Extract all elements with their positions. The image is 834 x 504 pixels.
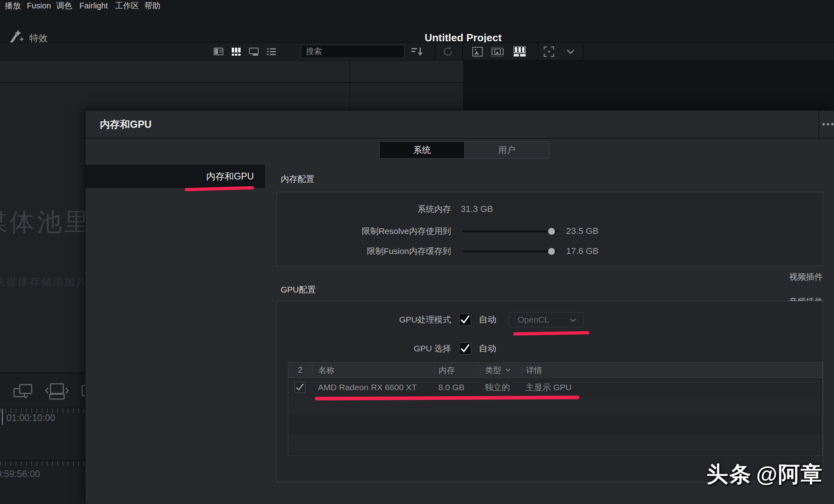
gpu-selection-label: GPU 选择: [277, 343, 451, 354]
menu-play[interactable]: 播放: [5, 0, 21, 12]
expand-view-icon[interactable]: [543, 43, 555, 60]
gpu-table: 2 名称 内存 类型 详情 AMD Radeon RX 6600: [288, 362, 823, 456]
system-memory-label: 系统内存: [277, 204, 451, 215]
watermark-brand: 头条: [706, 462, 752, 486]
fusion-cache-slider[interactable]: [463, 248, 557, 255]
gpu-row-checkbox[interactable]: [294, 382, 306, 393]
fusion-cache-limit-label: 限制Fusion内存缓存到: [277, 246, 451, 257]
single-viewer-icon[interactable]: [13, 383, 35, 401]
dropdown-value: OpenCL: [518, 312, 549, 327]
thumbnail-view-icon[interactable]: [231, 43, 241, 60]
menu-fairlight[interactable]: Fairlight: [79, 0, 108, 12]
gpu-section-heading: GPU配置: [281, 284, 316, 295]
timecode-top: 01:00:10:00: [6, 413, 55, 423]
playhead[interactable]: [2, 409, 3, 425]
ellipsis-menu-icon[interactable]: [822, 123, 834, 125]
clipped-viewer-icon[interactable]: [81, 383, 85, 401]
annotation-underline-dropdown: [513, 331, 589, 335]
column-type-label: 类型: [485, 365, 501, 375]
empty-row: [288, 434, 822, 453]
list-view-icon[interactable]: [266, 43, 277, 60]
header-row: 特效 Untitled Project: [0, 12, 834, 42]
resolve-memory-limit-label: 限制Resolve内存使用到: [277, 226, 451, 237]
timecode-bottom: 0:59:56:00: [0, 469, 40, 480]
sidebar-item-label: 内存和GPU: [206, 165, 254, 188]
timeline-divider: [0, 460, 85, 460]
sort-icon[interactable]: [411, 43, 425, 60]
timeline-layout-icon[interactable]: [512, 43, 527, 60]
filmstrip-view-icon[interactable]: [249, 43, 259, 60]
resolve-memory-slider[interactable]: [463, 228, 557, 235]
dual-viewer-icon[interactable]: [44, 383, 70, 401]
column-type[interactable]: 类型: [480, 365, 522, 375]
tab-system[interactable]: 系统: [380, 142, 464, 158]
column-detail: 详情: [522, 365, 822, 375]
toolbar-divider: [462, 43, 463, 60]
refresh-icon[interactable]: [440, 43, 455, 60]
gpu-detail: 主显示 GPU: [522, 382, 822, 393]
frame-still-icon[interactable]: [490, 43, 506, 60]
memory-config-box: 系统内存 31.3 GB 限制Resolve内存使用到 23.5 GB 限制Fu…: [277, 192, 823, 266]
fusion-cache-limit-value: 17.6 GB: [566, 246, 599, 256]
settings-dialog: 内存和GPU 系统 用户 内存和GPU 媒体存储 解码选项 视频和音频I/O 视…: [85, 110, 834, 504]
gpu-name: AMD Radeon RX 6600 XT: [312, 383, 434, 392]
sidebar-item-video-plugins[interactable]: 视频插件: [654, 271, 823, 283]
gpu-selection-auto-checkbox[interactable]: [459, 343, 471, 355]
gpu-selection-auto-label: 自动: [479, 343, 496, 355]
metadata-view-icon[interactable]: [213, 43, 224, 60]
bin-path-bar: [0, 60, 463, 83]
titlebar-divider: [818, 111, 819, 138]
slider-knob[interactable]: [548, 248, 555, 255]
gpu-processing-mode-label: GPU处理模式: [277, 314, 451, 325]
column-name: 名称: [312, 365, 434, 375]
gpu-table-row[interactable]: AMD Radeon RX 6600 XT 8.0 GB 独立的 主显示 GPU: [288, 378, 822, 397]
gpu-config-box: GPU处理模式 自动 OpenCL GPU 选择 自动: [277, 301, 823, 482]
dialog-titlebar: 内存和GPU: [85, 111, 834, 139]
resolve-memory-limit-value: 23.5 GB: [566, 226, 599, 236]
sidebar-item-memory-gpu[interactable]: 内存和GPU: [85, 165, 265, 188]
empty-row: [288, 453, 822, 455]
app-window: 播放 Fusion 调色 Fairlight 工作区 帮助 特效 Untitle…: [0, 0, 834, 504]
gpu-memory: 8.0 GB: [434, 383, 480, 392]
panel-divider: [350, 60, 350, 110]
menu-fusion[interactable]: Fusion: [27, 0, 51, 12]
gpu-type: 独立的: [480, 382, 522, 393]
menu-bar: 播放 Fusion 调色 Fairlight 工作区 帮助: [0, 0, 834, 12]
chevron-down-icon[interactable]: [565, 43, 576, 60]
menu-workspace[interactable]: 工作区: [115, 0, 139, 12]
column-memory: 内存: [434, 365, 480, 375]
toolbar-divider: [435, 43, 435, 60]
watermark-handle: @阿章: [756, 462, 823, 486]
media-pool-hint-text: 从媒体存储添加片段: [0, 275, 99, 289]
dialog-title: 内存和GPU: [100, 111, 152, 138]
empty-row: [288, 415, 822, 434]
gpu-processing-auto-label: 自动: [479, 314, 496, 326]
slider-knob[interactable]: [548, 228, 555, 235]
watermark: 头条@阿章: [706, 460, 823, 489]
tab-user[interactable]: 用户: [464, 142, 549, 158]
menu-color[interactable]: 调色: [56, 0, 72, 12]
memory-section-heading: 内存配置: [281, 173, 314, 185]
gpu-count: 2: [288, 365, 312, 375]
gpu-processing-mode-dropdown[interactable]: OpenCL: [508, 312, 583, 327]
still-icon[interactable]: [471, 43, 484, 60]
gpu-processing-auto-checkbox[interactable]: [459, 314, 471, 326]
system-memory-value: 31.3 GB: [461, 204, 493, 214]
settings-scope-tabs: 系统 用户: [379, 141, 549, 159]
toolbar-divider: [538, 43, 538, 60]
media-toolbar: [0, 42, 834, 60]
search-input[interactable]: [301, 45, 405, 58]
gpu-table-header: 2 名称 内存 类型 详情: [288, 363, 822, 378]
menu-help[interactable]: 帮助: [144, 0, 160, 12]
toolbar-divider: [583, 43, 583, 60]
sort-chevron-icon: [505, 368, 511, 372]
